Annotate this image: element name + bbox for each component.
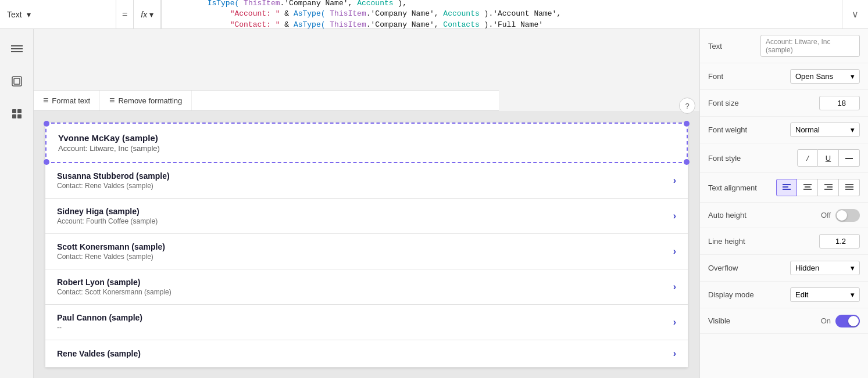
resize-handle-bl[interactable] xyxy=(44,159,49,165)
selected-card[interactable]: Yvonne McKay (sample) Account: Litware, … xyxy=(45,123,688,163)
font-dropdown-chevron: ▾ xyxy=(851,72,855,81)
list-item-content: Scott Konersmann (sample) Contact: Rene … xyxy=(57,242,673,261)
text-preview[interactable]: Account: Litware, Inc (sample) xyxy=(760,35,860,57)
resize-handle-tl[interactable] xyxy=(44,121,49,127)
svg-rect-10 xyxy=(783,186,788,188)
prop-row-font: Font Open Sans ▾ xyxy=(700,63,868,90)
prop-row-font-style: Font style / U — xyxy=(700,143,868,173)
display-mode-chevron: ▾ xyxy=(851,290,855,299)
formula-type-dropdown[interactable]: Text ▾ xyxy=(0,0,116,28)
prop-label-font-size: Font size xyxy=(708,99,760,107)
selected-card-name: Yvonne McKay (sample) xyxy=(58,133,675,143)
right-panel: Text Account: Litware, Inc (sample) Font… xyxy=(699,29,868,378)
sidebar-icon-grid[interactable] xyxy=(6,103,27,124)
list-item[interactable]: Rene Valdes (sample) › xyxy=(45,340,688,368)
strikethrough-button[interactable]: — xyxy=(839,149,860,167)
svg-rect-6 xyxy=(17,109,22,113)
formula-code: If( IsBlank( ThisItem.'Company Name' ), … xyxy=(171,0,561,28)
prop-row-line-height: Line height xyxy=(700,228,868,255)
list-item-content: Susanna Stubberod (sample) Contact: Rene… xyxy=(57,171,673,190)
prop-row-font-weight: Font weight Normal ▾ xyxy=(700,117,868,143)
align-justify-button[interactable] xyxy=(839,179,860,196)
prop-row-text: Text Account: Litware, Inc (sample) xyxy=(700,29,868,63)
list-item-name: Scott Konersmann (sample) xyxy=(57,242,673,251)
fx-label: fx xyxy=(141,10,147,19)
format-toolbar: ≡ Format text ≡ Remove formatting xyxy=(34,90,499,111)
svg-rect-20 xyxy=(845,189,853,190)
resize-handle-tr[interactable] xyxy=(684,121,690,127)
formula-type-label: Text xyxy=(7,10,22,19)
sidebar-icon-layers[interactable] xyxy=(6,71,27,92)
align-center-button[interactable] xyxy=(797,179,818,196)
auto-height-off-label: Off xyxy=(821,211,831,219)
svg-rect-7 xyxy=(12,114,16,118)
list-item[interactable]: Scott Konersmann (sample) Contact: Rene … xyxy=(45,234,688,269)
remove-formatting-icon: ≡ xyxy=(109,95,115,106)
overflow-dropdown[interactable]: Hidden ▾ xyxy=(790,261,860,275)
svg-rect-5 xyxy=(12,109,16,113)
align-left-button[interactable] xyxy=(776,179,797,196)
list-item-content: Rene Valdes (sample) xyxy=(57,349,673,358)
svg-rect-19 xyxy=(845,186,853,188)
auto-height-toggle-container: Off xyxy=(821,209,860,222)
list-item[interactable]: Sidney Higa (sample) Account: Fourth Cof… xyxy=(45,199,688,234)
prop-label-overflow: Overflow xyxy=(708,264,760,272)
font-dropdown[interactable]: Open Sans ▾ xyxy=(790,69,860,84)
list-item-sub: Contact: Scott Konersmann (sample) xyxy=(57,288,673,296)
prop-label-text-align: Text alignment xyxy=(708,183,760,192)
svg-rect-12 xyxy=(803,184,812,185)
underline-button[interactable]: U xyxy=(818,149,839,167)
sidebar-icon-menu[interactable] xyxy=(6,38,27,59)
svg-rect-0 xyxy=(11,45,23,46)
fx-chevron: ▾ xyxy=(149,10,153,19)
svg-rect-16 xyxy=(827,186,833,188)
prop-label-auto-height: Auto height xyxy=(708,211,760,219)
display-mode-dropdown[interactable]: Edit ▾ xyxy=(790,287,860,302)
font-size-input[interactable] xyxy=(819,96,860,110)
left-sidebar xyxy=(0,29,34,378)
svg-rect-8 xyxy=(17,114,22,118)
overflow-value: Hidden xyxy=(795,264,819,272)
remove-formatting-button[interactable]: ≡ Remove formatting xyxy=(100,91,192,110)
list-item[interactable]: Paul Cannon (sample) -- › xyxy=(45,305,688,340)
formula-bar[interactable]: If( IsBlank( ThisItem.'Company Name' ), … xyxy=(162,0,842,28)
svg-rect-13 xyxy=(805,186,810,188)
expand-button[interactable]: ∨ xyxy=(842,0,868,28)
equals-sign: = xyxy=(116,0,134,28)
help-icon[interactable]: ? xyxy=(679,98,695,114)
list-item-content: Robert Lyon (sample) Contact: Scott Kone… xyxy=(57,278,673,296)
prop-label-text: Text xyxy=(708,42,760,51)
visible-toggle[interactable] xyxy=(835,315,860,327)
list-item-sub: Account: Fourth Coffee (sample) xyxy=(57,217,673,225)
align-right-button[interactable] xyxy=(818,179,839,196)
list-item-name: Susanna Stubberod (sample) xyxy=(57,171,673,181)
list-item-name: Sidney Higa (sample) xyxy=(57,207,673,216)
chevron-right-icon: › xyxy=(673,246,676,257)
prop-row-text-align: Text alignment xyxy=(700,173,868,203)
line-height-input[interactable] xyxy=(819,234,860,249)
list-item[interactable]: Robert Lyon (sample) Contact: Scott Kone… xyxy=(45,269,688,305)
svg-rect-17 xyxy=(824,189,833,190)
italic-button[interactable]: / xyxy=(797,149,818,167)
format-text-button[interactable]: ≡ Format text xyxy=(34,91,100,110)
svg-rect-18 xyxy=(845,184,853,185)
prop-label-font-weight: Font weight xyxy=(708,125,760,134)
prop-row-visible: Visible On xyxy=(700,308,868,334)
list-item-name: Rene Valdes (sample) xyxy=(57,349,673,358)
list-item[interactable]: Susanna Stubberod (sample) Contact: Rene… xyxy=(45,163,688,199)
chevron-right-icon: › xyxy=(673,282,676,292)
selected-card-sub: Account: Litware, Inc (sample) xyxy=(58,144,675,153)
canvas-inner: Yvonne McKay (sample) Account: Litware, … xyxy=(45,123,688,368)
svg-rect-11 xyxy=(783,189,791,190)
canvas-area: Yvonne McKay (sample) Account: Litware, … xyxy=(34,111,699,378)
formula-section: Text ▾ = fx ▾ xyxy=(0,0,162,28)
fx-button[interactable]: fx ▾ xyxy=(134,0,161,28)
prop-row-display-mode: Display mode Edit ▾ xyxy=(700,282,868,308)
font-weight-value: Normal xyxy=(795,125,820,134)
auto-height-toggle[interactable] xyxy=(835,209,860,222)
resize-handle-br[interactable] xyxy=(684,159,690,165)
text-align-buttons xyxy=(776,179,860,196)
font-weight-dropdown[interactable]: Normal ▾ xyxy=(790,123,860,137)
list-item-content: Sidney Higa (sample) Account: Fourth Cof… xyxy=(57,207,673,225)
list-item-sub: Contact: Rene Valdes (sample) xyxy=(57,253,673,261)
